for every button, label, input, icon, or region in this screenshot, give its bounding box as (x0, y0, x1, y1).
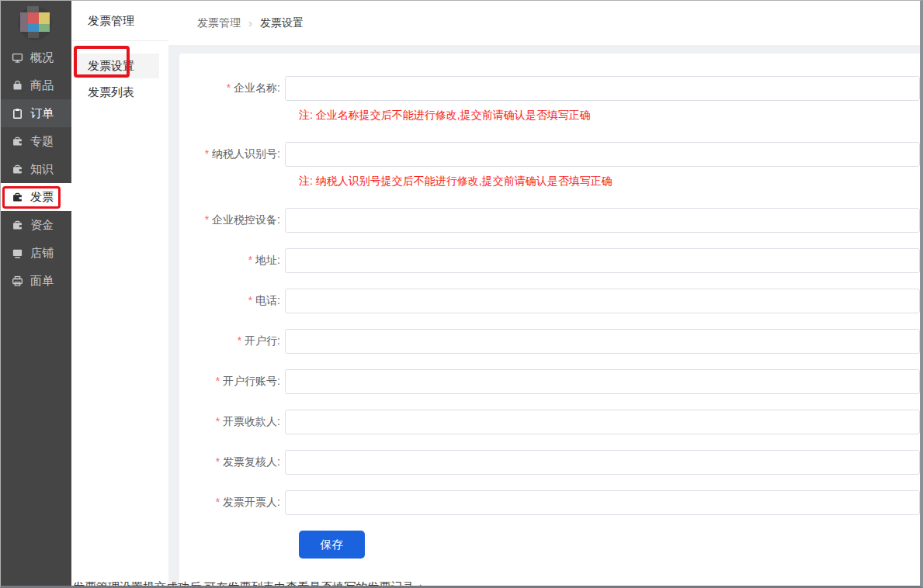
sidebar-item-label: 订单 (30, 106, 54, 121)
save-button[interactable]: 保存 (299, 531, 365, 559)
required-marker: * (248, 294, 255, 306)
field-label-taxpayer-id: * 纳税人识别号: (179, 147, 280, 161)
clipboard-icon (12, 108, 23, 119)
input-address[interactable] (285, 248, 920, 273)
field-label-reviewer: * 发票复核人: (179, 455, 280, 469)
form-row-company-name: * 企业名称: (179, 76, 920, 101)
sidebar-item-topics[interactable]: 专题 (1, 127, 71, 155)
submenu-item-invoice-list[interactable]: 发票列表 (76, 80, 159, 105)
field-label-address: * 地址: (179, 254, 280, 268)
required-marker: * (216, 415, 223, 427)
form-row-bank-account: * 开户行账号: (179, 369, 920, 394)
sidebar-item-label: 概况 (30, 50, 54, 65)
input-company-name[interactable] (285, 76, 920, 101)
field-label-drawer: * 发票开票人: (179, 496, 280, 510)
field-label-tax-control-device: * 企业税控设备: (179, 213, 280, 227)
input-bank[interactable] (285, 329, 920, 354)
form-row-tax-control-device: * 企业税控设备: (179, 208, 920, 233)
input-taxpayer-id[interactable] (285, 142, 920, 167)
wallet-icon (12, 192, 23, 203)
logo-tile (39, 12, 50, 24)
sidebar-item-orders[interactable]: 订单 (1, 99, 71, 127)
sidebar-item-label: 发票 (30, 190, 54, 205)
shop-icon (12, 247, 23, 259)
form-row-phone: * 电话: (179, 289, 920, 313)
required-marker: * (205, 213, 212, 226)
app-logo (1, 1, 71, 43)
required-marker: * (216, 455, 223, 468)
sidebar-item-label: 店铺 (30, 246, 54, 261)
logo-tile (39, 24, 50, 32)
bag-icon (12, 80, 23, 92)
logo-tile (27, 6, 39, 12)
wallet-icon (12, 164, 23, 175)
sidebar-item-label: 面单 (30, 274, 54, 289)
logo-tile (28, 12, 39, 24)
sidebar-item-label: 知识 (30, 162, 54, 177)
main-area: 发票管理 › 发票设置 * 企业名称:注: 企业名称提交后不能进行修改,提交前请… (168, 1, 920, 586)
clipped-bottom-text: 发票管理设置提交成功后,可在发票列表中查看是否填写的发票记录 + (73, 580, 424, 588)
sidebar-item-overview[interactable]: 概况 (1, 43, 71, 71)
required-marker: * (216, 496, 223, 508)
required-marker: * (238, 334, 245, 347)
form-row-bank: * 开户行: (179, 329, 920, 354)
field-label-company-name: * 企业名称: (179, 81, 280, 95)
field-label-phone: * 电话: (179, 294, 280, 308)
sidebar-item-shop[interactable]: 店铺 (1, 239, 71, 267)
breadcrumb-parent[interactable]: 发票管理 (197, 16, 241, 30)
form-row-reviewer: * 发票复核人: (179, 450, 920, 475)
input-phone[interactable] (285, 289, 920, 313)
sidebar-item-funds[interactable]: 资金 (1, 211, 71, 239)
breadcrumb-current: 发票设置 (260, 16, 304, 30)
form-row-drawer: * 发票开票人: (179, 490, 920, 515)
field-note-taxpayer-id: 注: 纳税人识别号提交后不能进行修改,提交前请确认是否填写正确 (299, 173, 920, 189)
sidebar-item-label: 专题 (30, 134, 54, 149)
sidebar-item-knowledge[interactable]: 知识 (1, 155, 71, 183)
app-window: 概况商品订单专题知识发票资金店铺面单 发票管理 发票设置发票列表 发票管理 › … (0, 0, 923, 588)
logo-tile (28, 24, 39, 32)
submenu-panel: 发票管理 发票设置发票列表 (71, 1, 168, 586)
logo-tile (20, 12, 28, 32)
required-marker: * (216, 375, 223, 387)
form-row-address: * 地址: (179, 248, 920, 273)
form-row-payee: * 开票收款人: (179, 410, 920, 434)
sidebar: 概况商品订单专题知识发票资金店铺面单 (1, 1, 71, 586)
input-drawer[interactable] (285, 490, 920, 515)
breadcrumb-separator-icon: › (248, 16, 252, 29)
submenu-items: 发票设置发票列表 (71, 54, 168, 105)
input-tax-control-device[interactable] (285, 208, 920, 233)
input-bank-account[interactable] (285, 369, 920, 394)
monitor-icon (12, 52, 23, 64)
sidebar-item-invoice[interactable]: 发票 (1, 183, 71, 211)
input-reviewer[interactable] (285, 450, 920, 475)
sidebar-item-label: 商品 (30, 78, 54, 93)
field-label-payee: * 开票收款人: (179, 415, 280, 429)
form-actions: 保存 (299, 531, 920, 559)
form-row-taxpayer-id: * 纳税人识别号: (179, 142, 920, 167)
required-marker: * (227, 81, 234, 94)
wallet-icon (12, 220, 23, 231)
sidebar-nav: 概况商品订单专题知识发票资金店铺面单 (1, 43, 71, 295)
wallet-icon (12, 136, 23, 147)
submenu-item-invoice-settings[interactable]: 发票设置 (76, 54, 159, 78)
sidebar-item-products[interactable]: 商品 (1, 71, 71, 99)
submenu-title: 发票管理 (71, 1, 168, 41)
printer-icon (12, 275, 23, 287)
field-label-bank-account: * 开户行账号: (179, 375, 280, 389)
invoice-settings-card: * 企业名称:注: 企业名称提交后不能进行修改,提交前请确认是否填写正确* 纳税… (179, 54, 920, 586)
logo-tile (28, 32, 39, 38)
sidebar-item-label: 资金 (30, 218, 54, 233)
field-label-bank: * 开户行: (179, 334, 280, 348)
invoice-settings-form: * 企业名称:注: 企业名称提交后不能进行修改,提交前请确认是否填写正确* 纳税… (179, 76, 920, 515)
field-note-company-name: 注: 企业名称提交后不能进行修改,提交前请确认是否填写正确 (299, 107, 920, 123)
input-payee[interactable] (285, 410, 920, 434)
required-marker: * (248, 254, 255, 266)
sidebar-item-waybill[interactable]: 面单 (1, 267, 71, 295)
breadcrumb: 发票管理 › 发票设置 (168, 1, 920, 45)
required-marker: * (205, 147, 212, 160)
